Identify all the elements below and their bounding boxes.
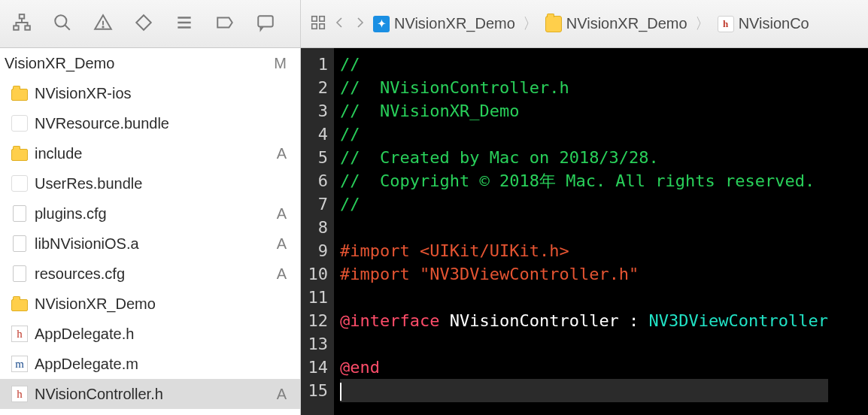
breadcrumb-folder[interactable]: NVisionXR_Demo 〉 xyxy=(545,14,713,34)
file-icon xyxy=(11,265,29,283)
project-navigator[interactable]: VisionXR_Demo M NVisionXR-iosNVResource.… xyxy=(0,48,301,415)
bundle-icon xyxy=(11,174,29,192)
project-icon: ✦ xyxy=(373,16,390,32)
code-line[interactable]: #import "NV3DViewController.h" xyxy=(340,262,828,286)
code-line[interactable] xyxy=(340,332,828,356)
navigator-item[interactable]: libNVisioniOS.aA xyxy=(0,229,300,259)
navigator-item[interactable]: includeA xyxy=(0,138,300,168)
code-line[interactable]: // NVisionXR_Demo xyxy=(340,99,828,123)
warning-icon[interactable] xyxy=(93,13,113,35)
code-editor[interactable]: 123456789101112131415 //// NVisionContro… xyxy=(301,48,868,415)
m-file-icon: m xyxy=(11,355,29,373)
navigator-item[interactable]: plugins.cfgA xyxy=(0,198,300,229)
h-file-icon: h xyxy=(11,385,29,403)
breadcrumb-project[interactable]: ✦ NVisionXR_Demo 〉 xyxy=(373,14,541,34)
navigator-item-label: AppDelegate.h xyxy=(35,326,134,343)
jump-bar[interactable]: ✦ NVisionXR_Demo 〉 NVisionXR_Demo 〉 h NV… xyxy=(373,14,809,34)
breadcrumb-project-label: NVisionXR_Demo xyxy=(394,15,515,32)
svg-rect-5 xyxy=(258,16,273,26)
navigator-item-label: NVisionXR-ios xyxy=(35,85,132,102)
svg-rect-7 xyxy=(320,16,324,20)
structure-icon[interactable] xyxy=(12,13,32,35)
line-gutter: 123456789101112131415 xyxy=(301,48,334,415)
svg-rect-0 xyxy=(20,14,25,18)
navigator-item[interactable]: UserRes.bundle xyxy=(0,168,300,198)
editor-toolbar: ✦ NVisionXR_Demo 〉 NVisionXR_Demo 〉 h NV… xyxy=(301,0,868,47)
folder-icon xyxy=(545,16,562,32)
navigator-item-label: resources.cfg xyxy=(35,265,125,283)
bundle-icon xyxy=(11,114,29,132)
search-icon[interactable] xyxy=(53,13,72,35)
text-cursor xyxy=(340,383,341,401)
comment-icon[interactable] xyxy=(256,13,275,35)
svg-point-4 xyxy=(102,26,103,27)
scm-badge: A xyxy=(277,235,293,253)
h-file-icon: h xyxy=(11,325,29,343)
code-line[interactable] xyxy=(340,286,828,309)
file-icon xyxy=(11,204,29,223)
folder-icon xyxy=(11,144,29,162)
svg-rect-9 xyxy=(320,23,324,28)
code-line[interactable]: // Created by Mac on 2018/3/28. xyxy=(340,146,828,169)
scm-badge: A xyxy=(277,386,293,403)
folder-icon xyxy=(11,295,29,313)
code-line[interactable]: // NVisionController.h xyxy=(340,76,828,99)
navigator-root-label: VisionXR_Demo xyxy=(5,55,114,72)
navigator-item-label: libNVisioniOS.a xyxy=(35,235,139,253)
navigator-item[interactable]: NVisionXR_Demo xyxy=(0,289,300,319)
navigator-item[interactable]: mAppDelegate.m xyxy=(0,349,300,379)
navigator-item-label: plugins.cfg xyxy=(35,205,107,223)
nav-forward-button[interactable] xyxy=(354,14,367,34)
code-line[interactable]: // Copyright © 2018年 Mac. All rights res… xyxy=(340,169,828,192)
navigator-item[interactable]: hAppDelegate.h xyxy=(0,319,300,349)
scm-badge: A xyxy=(277,145,293,162)
folder-icon xyxy=(11,84,29,102)
breadcrumb-file-label: NVisionCo xyxy=(739,15,809,32)
sidebar-toolbar xyxy=(0,0,301,47)
chevron-right-icon: 〉 xyxy=(520,14,541,34)
navigator-root[interactable]: VisionXR_Demo M xyxy=(0,48,300,78)
svg-rect-6 xyxy=(312,16,317,20)
code-line[interactable] xyxy=(340,379,828,402)
scm-badge: A xyxy=(277,265,293,283)
breadcrumb-file[interactable]: h NVisionCo xyxy=(718,15,809,32)
code-line[interactable]: #import <UIKit/UIKit.h> xyxy=(340,239,828,262)
related-items-icon[interactable] xyxy=(310,14,326,34)
navigator-item[interactable]: hNVisionController.hA xyxy=(0,379,300,409)
navigator-item-label: AppDelegate.m xyxy=(35,356,138,373)
svg-rect-2 xyxy=(25,26,30,29)
code-line[interactable]: // xyxy=(340,123,828,146)
chevron-right-icon: 〉 xyxy=(692,14,713,34)
navigator-item-label: UserRes.bundle xyxy=(35,175,142,192)
code-line[interactable]: // xyxy=(340,53,828,76)
h-file-icon: h xyxy=(718,16,734,32)
breadcrumb-folder-label: NVisionXR_Demo xyxy=(566,15,687,32)
scm-badge: A xyxy=(277,205,293,223)
file-icon xyxy=(11,235,29,253)
navigator-item-label: NVisionController.h xyxy=(35,386,163,403)
navigator-item[interactable]: NVisionXR-ios xyxy=(0,78,300,108)
list-icon[interactable] xyxy=(175,13,194,35)
scm-badge: M xyxy=(274,55,293,72)
svg-point-3 xyxy=(55,15,66,26)
svg-rect-1 xyxy=(14,26,19,29)
code-line[interactable]: // xyxy=(340,192,828,216)
navigator-item[interactable]: resources.cfgA xyxy=(0,259,300,289)
diamond-icon[interactable] xyxy=(134,13,153,35)
svg-rect-8 xyxy=(312,23,317,28)
tag-icon[interactable] xyxy=(215,13,235,35)
code-area[interactable]: //// NVisionController.h// NVisionXR_Dem… xyxy=(334,48,828,415)
code-line[interactable]: @end xyxy=(340,356,828,379)
navigator-item-label: NVResource.bundle xyxy=(35,115,169,132)
code-line[interactable] xyxy=(340,216,828,239)
code-line[interactable]: @interface NVisionController : NV3DViewC… xyxy=(340,309,828,332)
nav-back-button[interactable] xyxy=(332,14,346,34)
navigator-item-label: NVisionXR_Demo xyxy=(35,295,156,313)
navigator-item-label: include xyxy=(35,145,82,162)
navigator-item[interactable]: NVResource.bundle xyxy=(0,108,300,138)
